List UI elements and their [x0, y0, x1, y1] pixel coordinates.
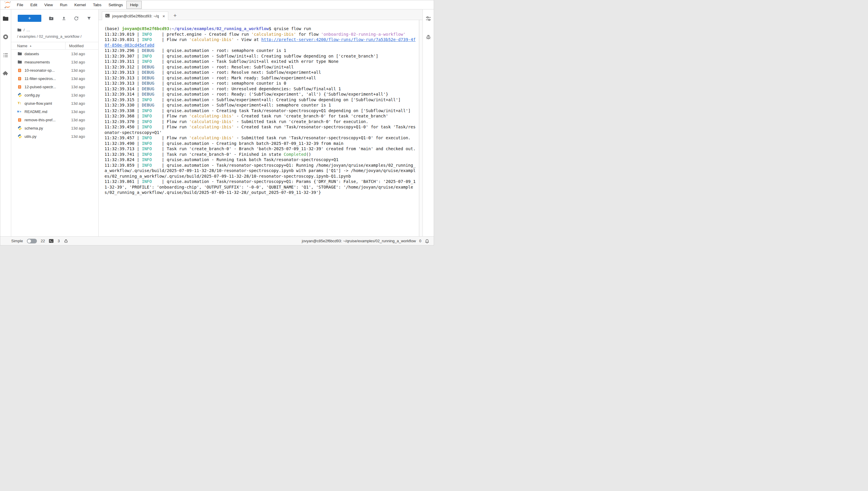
- new-launcher-button[interactable]: +: [18, 15, 41, 22]
- new-folder-icon[interactable]: [49, 16, 54, 21]
- terminal-output[interactable]: (base) jovyan@c85e2f6bcd93:~/qruise/exam…: [99, 20, 419, 236]
- menu-item-tabs[interactable]: Tabs: [89, 1, 105, 9]
- terminal-line: 11:32:39.824 | INFO | qruise.automation …: [105, 157, 417, 163]
- bell-icon[interactable]: [424, 238, 429, 243]
- table-of-contents-icon[interactable]: [2, 52, 9, 58]
- file-name: remove-this-pref...: [25, 118, 65, 122]
- terminal-line: 11:32:39.370 | INFO | Flow run 'calculat…: [105, 119, 417, 124]
- file-row[interactable]: config.py13d ago: [11, 91, 98, 99]
- terminal-line: 11:32:39.313 | DEBUG | qruise.automation…: [105, 75, 417, 81]
- menu-bar: FileEditViewRunKernelTabsSettingsHelp: [0, 0, 434, 9]
- terminal-line: 11:32:39.311 | INFO | qruise.automation …: [105, 59, 417, 64]
- file-row[interactable]: remove-this-pref...13d ago: [11, 116, 98, 124]
- terminal-line: (base) jovyan@c85e2f6bcd93:~/qruise/exam…: [105, 26, 417, 32]
- file-name: 10-resonator-sp...: [25, 68, 65, 73]
- tab-bar: jovyan@c85e2f6bcd93: ~/q × +: [99, 9, 422, 20]
- file-name: schema.py: [25, 126, 65, 131]
- file-name: qruise-flow.yaml: [25, 101, 65, 106]
- terminal-line: 11:32:39.457 | INFO | Flow run 'calculat…: [105, 135, 417, 141]
- extension-manager-icon[interactable]: [2, 70, 9, 77]
- terminals-count[interactable]: 3: [58, 239, 60, 243]
- running-kernels-icon[interactable]: [2, 34, 9, 40]
- notebook-file-icon: [17, 68, 22, 73]
- file-name: 12-pulsed-spectr...: [25, 85, 65, 89]
- file-modified: 13d ago: [67, 77, 96, 81]
- breadcrumb-path[interactable]: / examples / 02_running_a_workflow /: [17, 34, 92, 39]
- status-bar: Simple 22 3 jovyan@c85e2f6bcd93: ~/qruis…: [0, 236, 434, 245]
- file-name: 11-filter-spectros...: [25, 77, 65, 81]
- upload-icon[interactable]: [61, 16, 67, 21]
- file-row[interactable]: 10-resonator-sp...13d ago: [11, 66, 98, 74]
- current-terminal-path: jovyan@c85e2f6bcd93: ~/qruise/examples/0…: [302, 239, 416, 243]
- file-modified: 13d ago: [67, 101, 96, 106]
- file-row[interactable]: schema.py13d ago: [11, 124, 98, 132]
- file-row[interactable]: measurements13d ago: [11, 58, 98, 66]
- yaml-file-icon: Y:: [17, 101, 22, 106]
- file-modified: 13d ago: [67, 134, 96, 139]
- filter-icon[interactable]: [86, 16, 92, 21]
- notebook-file-icon: [17, 118, 22, 122]
- python-file-icon: [17, 93, 22, 97]
- python-file-icon: [17, 126, 22, 131]
- terminal-line: 11:32:39.313 | DEBUG | qruise.automation…: [105, 81, 417, 86]
- folder-file-icon: [17, 51, 22, 56]
- debugger-bug-icon[interactable]: [425, 34, 431, 40]
- terminal-line: 11:32:39.338 | INFO | qruise.automation …: [105, 108, 417, 114]
- terminal-line: 11:32:39.741 | INFO | Task run 'create_b…: [105, 152, 417, 157]
- menu-item-settings[interactable]: Settings: [105, 1, 127, 9]
- menu-item-view[interactable]: View: [41, 1, 56, 9]
- home-folder-icon[interactable]: [17, 28, 23, 32]
- breadcrumb-root[interactable]: /: [24, 28, 25, 32]
- close-tab-icon[interactable]: ×: [162, 14, 165, 18]
- column-header-name[interactable]: Name ▲: [17, 44, 65, 48]
- file-row[interactable]: utils.py13d ago: [11, 132, 98, 140]
- terminal-line: 11:32:39.330 | DEBUG | qruise.automation…: [105, 103, 417, 108]
- markdown-file-icon: M: [17, 109, 22, 114]
- file-list: datasets13d agomeasurements13d ago10-res…: [11, 50, 98, 236]
- refresh-icon[interactable]: [74, 16, 79, 21]
- notebook-file-icon: [17, 77, 22, 81]
- file-modified: 13d ago: [67, 85, 96, 89]
- notifications-count[interactable]: 0: [419, 239, 421, 243]
- file-browser-toolbar: +: [11, 9, 98, 25]
- breadcrumb-ellipsis[interactable]: …: [26, 28, 30, 32]
- menu-item-edit[interactable]: Edit: [27, 1, 41, 9]
- right-sidebar: [422, 9, 434, 236]
- menu-item-kernel[interactable]: Kernel: [71, 1, 89, 9]
- toggle-knob: [27, 239, 31, 243]
- file-browser-panel: + /… / examples / 02_running_a_wo: [11, 9, 99, 236]
- tab-terminal[interactable]: jovyan@c85e2f6bcd93: ~/q ×: [102, 11, 168, 20]
- terminal-line: 11:32:39.859 | INFO | qruise.automation …: [105, 163, 417, 179]
- bug-icon[interactable]: [63, 238, 68, 243]
- terminal-panel: (base) jovyan@c85e2f6bcd93:~/qruise/exam…: [99, 20, 422, 236]
- terminal-line: 11:32:39.307 | INFO | qruise.automation …: [105, 53, 417, 59]
- file-row[interactable]: 11-filter-spectros...13d ago: [11, 74, 98, 83]
- menu-item-file[interactable]: File: [13, 1, 27, 9]
- file-row[interactable]: Y:qruise-flow.yaml13d ago: [11, 99, 98, 107]
- jupyterlab-window: FileEditViewRunKernelTabsSettingsHelp +: [0, 0, 434, 246]
- menu: FileEditViewRunKernelTabsSettingsHelp: [13, 0, 142, 9]
- folder-file-icon: [17, 60, 22, 64]
- file-name: measurements: [25, 60, 65, 64]
- property-inspector-icon[interactable]: [425, 16, 431, 22]
- file-modified: 13d ago: [67, 60, 96, 64]
- file-row[interactable]: 12-pulsed-spectr...13d ago: [11, 83, 98, 91]
- file-name: datasets: [25, 52, 65, 56]
- kernels-count[interactable]: 22: [41, 239, 45, 243]
- svg-text:Y:: Y:: [18, 102, 21, 105]
- simple-mode-toggle[interactable]: [27, 239, 37, 243]
- file-row[interactable]: datasets13d ago: [11, 50, 98, 58]
- column-header-modified[interactable]: Modified: [65, 42, 96, 49]
- terminal-scrollbar[interactable]: [419, 20, 422, 236]
- file-browser-icon[interactable]: [2, 16, 9, 22]
- new-tab-button[interactable]: +: [170, 11, 180, 20]
- file-modified: 13d ago: [67, 110, 96, 114]
- file-modified: 13d ago: [67, 93, 96, 97]
- menu-item-run[interactable]: Run: [56, 1, 71, 9]
- terminal-line: 11:32:39.031 | INFO | Flow run 'calculat…: [105, 37, 417, 48]
- menu-item-help[interactable]: Help: [127, 1, 142, 9]
- file-row[interactable]: MREADME.md13d ago: [11, 107, 98, 116]
- file-modified: 13d ago: [67, 126, 96, 131]
- terminal-line: 11:32:39.312 | DEBUG | qruise.automation…: [105, 64, 417, 70]
- breadcrumb: /… / examples / 02_running_a_workflow /: [11, 25, 98, 40]
